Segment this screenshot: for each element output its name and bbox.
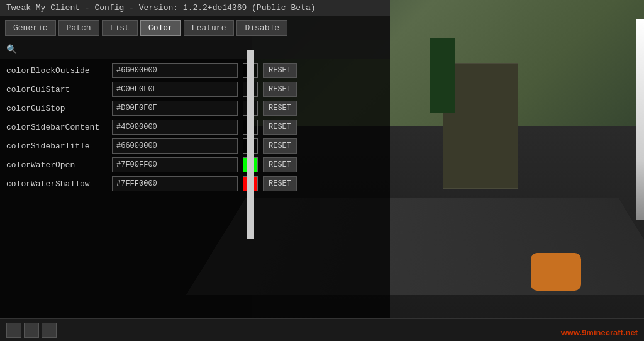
config-label-colorWaterOpen: colorWaterOpen: [6, 160, 107, 170]
tab-color[interactable]: Color: [140, 20, 181, 36]
bottom-icon-2: [24, 323, 39, 338]
config-row: colorWaterOpenRESET: [6, 156, 384, 174]
tab-list[interactable]: List: [102, 20, 138, 36]
bg-object: [531, 253, 581, 291]
config-panel: Tweak My Client - Config - Version: 1.2.…: [0, 0, 390, 341]
reset-button-colorSidebarContent[interactable]: RESET: [263, 120, 297, 135]
reset-button-colorBlockOutside[interactable]: RESET: [263, 63, 297, 78]
bottom-icon-3: [42, 323, 57, 338]
config-row: colorBlockOutsideRESET: [6, 62, 384, 79]
window-title: Tweak My Client - Config - Version: 1.2.…: [6, 3, 315, 13]
config-row: colorGuiStartRESET: [6, 81, 384, 98]
config-label-colorSidebarContent: colorSidebarContent: [6, 123, 107, 132]
tab-generic[interactable]: Generic: [5, 20, 56, 36]
bottom-icons: [6, 323, 57, 338]
config-label-colorBlockOutside: colorBlockOutside: [6, 66, 107, 75]
config-row: colorGuiStopRESET: [6, 99, 384, 117]
bottom-bar: [0, 318, 644, 341]
bottom-icon-1: [6, 323, 21, 338]
config-row: colorSidebarTitleRESET: [6, 137, 384, 155]
config-input-colorSidebarContent[interactable]: [112, 120, 238, 135]
search-icon[interactable]: 🔍: [6, 45, 17, 55]
config-row: colorSidebarContentRESET: [6, 118, 384, 136]
search-bar: 🔍: [0, 40, 390, 59]
scrollbar[interactable]: [247, 50, 254, 239]
watermark: www.9minecraft.net: [561, 328, 638, 337]
tab-feature[interactable]: Feature: [184, 20, 235, 36]
config-input-colorSidebarTitle[interactable]: [112, 138, 238, 154]
config-area: colorBlockOutsideRESETcolorGuiStartRESET…: [0, 59, 390, 195]
tab-patch[interactable]: Patch: [58, 20, 99, 36]
config-label-colorSidebarTitle: colorSidebarTitle: [6, 142, 107, 151]
reset-button-colorWaterShallow[interactable]: RESET: [263, 176, 297, 191]
config-label-colorWaterShallow: colorWaterShallow: [6, 179, 107, 189]
config-input-colorGuiStop[interactable]: [112, 101, 238, 116]
config-input-colorWaterOpen[interactable]: [112, 157, 238, 172]
reset-button-colorGuiStart[interactable]: RESET: [263, 82, 297, 97]
bg-tree: [430, 38, 455, 113]
config-row: colorWaterShallowRESET: [6, 175, 384, 193]
reset-button-colorSidebarTitle[interactable]: RESET: [263, 138, 297, 154]
reset-button-colorWaterOpen[interactable]: RESET: [263, 157, 297, 172]
config-input-colorGuiStart[interactable]: [112, 82, 238, 97]
config-label-colorGuiStop: colorGuiStop: [6, 104, 107, 113]
tab-disable[interactable]: Disable: [236, 20, 287, 36]
config-input-colorWaterShallow[interactable]: [112, 176, 238, 191]
reset-button-colorGuiStop[interactable]: RESET: [263, 101, 297, 116]
bg-light-pillar: [636, 19, 644, 220]
tab-bar: Generic Patch List Color Feature Disable: [0, 16, 390, 40]
title-bar: Tweak My Client - Config - Version: 1.2.…: [0, 0, 390, 16]
config-label-colorGuiStart: colorGuiStart: [6, 85, 107, 94]
config-input-colorBlockOutside[interactable]: [112, 63, 238, 78]
